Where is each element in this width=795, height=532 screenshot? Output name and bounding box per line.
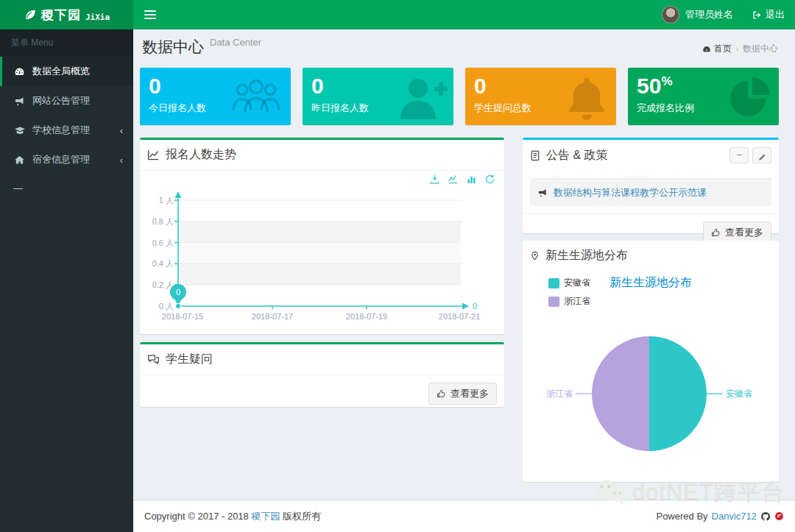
sidebar-item-label: 网站公告管理 <box>32 94 90 107</box>
announcements-panel: 公告 & 政策 − 数据结构与算法课程教学公开示范课 <box>523 138 779 233</box>
svg-text:2018-07-19: 2018-07-19 <box>346 312 387 321</box>
line-chart-icon <box>147 149 160 160</box>
chevron-left-icon: ‹ <box>120 155 126 166</box>
stat-box-today-registrations: 0 今日报名人数 <box>140 68 291 125</box>
stat-box-student-questions: 0 学生提问总数 <box>465 68 616 125</box>
sidebar-item-dorm-info[interactable]: 宿舍信息管理 ‹ <box>0 145 133 174</box>
page-subtitle: Data Center <box>210 37 261 48</box>
logout-button[interactable]: 退出 <box>742 0 795 29</box>
pie-chart-icon <box>727 75 773 121</box>
series-end-label: 0 <box>473 302 477 311</box>
content-header: 数据中心 Data Center 首页 › 数据中心 <box>133 29 795 62</box>
home-icon <box>13 155 26 166</box>
origin-panel: 新生生源地分布 新生生源地分布 安徽省 浙江省 <box>523 241 779 482</box>
bar-chart-toggle-icon[interactable] <box>466 174 477 185</box>
stat-row: 0 今日报名人数 0 昨日报名人数 <box>140 68 779 125</box>
svg-text:2018-07-21: 2018-07-21 <box>439 312 480 321</box>
copyright: Copyright © 2017 - 2018 稷下园 版权所有 <box>144 510 321 523</box>
sidebar-item-dash[interactable]: — <box>0 174 133 202</box>
main-header: 稷下园 JiXia 管理员姓名 退出 <box>0 0 795 29</box>
pie-legend: 安徽省 浙江省 <box>548 277 590 308</box>
refresh-icon[interactable] <box>484 174 495 185</box>
questions-panel-title: 学生疑问 <box>166 352 213 367</box>
sidebar-item-data-overview[interactable]: 数据全局概览 <box>0 57 133 86</box>
breadcrumb-current: 数据中心 <box>743 43 778 55</box>
sidebar-toggle-icon[interactable] <box>133 0 166 29</box>
edit-button[interactable] <box>752 147 771 163</box>
main-footer: Copyright © 2017 - 2018 稷下园 版权所有 Powered… <box>133 500 795 532</box>
logo[interactable]: 稷下园 JiXia <box>0 0 133 29</box>
svg-text:0.4 人: 0.4 人 <box>152 259 174 268</box>
pie-label-zhejiang: 浙江省 <box>546 389 573 399</box>
user-plus-icon <box>392 75 448 119</box>
sidebar-item-label: — <box>13 182 23 194</box>
sign-out-icon <box>752 10 762 20</box>
chart-toolbox <box>429 174 495 185</box>
logo-title: 稷下园 <box>41 7 81 24</box>
svg-text:2018-07-15: 2018-07-15 <box>162 312 203 321</box>
sidebar-item-label: 学校信息管理 <box>32 124 90 137</box>
svg-text:0 人: 0 人 <box>159 302 174 311</box>
sidebar-item-label: 数据全局概览 <box>32 65 90 78</box>
trend-chart: 0 0 0 人 0.2 人 0.4 人 0.6 人 0.8 人 1 人 <box>140 171 504 347</box>
map-marker-icon <box>530 250 540 261</box>
user-name: 管理员姓名 <box>685 8 733 21</box>
trend-panel-title: 报名人数走势 <box>166 147 236 163</box>
avatar <box>662 6 679 24</box>
questions-panel: 学生疑问 查看更多 <box>140 342 504 407</box>
collapse-button[interactable]: − <box>729 147 749 163</box>
sidebar-item-site-announcements[interactable]: 网站公告管理 <box>0 86 133 116</box>
legend-item-zhejiang[interactable]: 浙江省 <box>548 295 590 308</box>
thumbs-up-icon <box>437 389 446 399</box>
announcement-link[interactable]: 数据结构与算法课程教学公开示范课 <box>554 186 707 199</box>
bullhorn-icon <box>13 96 26 107</box>
powered-by: Powered By Danvic712 <box>656 511 784 522</box>
leaf-icon <box>24 8 37 21</box>
download-icon[interactable] <box>429 174 440 185</box>
breadcrumb-home-link[interactable]: 首页 <box>702 43 732 55</box>
left-column: 报名人数走势 <box>140 138 504 407</box>
sidebar: 菜单 Menu 数据全局概览 网站公告管理 学校信息管理 ‹ 宿舍信息管理 <box>0 29 133 532</box>
thumbs-up-icon <box>711 228 721 238</box>
breadcrumb: 首页 › 数据中心 <box>702 43 784 55</box>
navbar: 管理员姓名 退出 <box>133 0 795 29</box>
sidebar-menu-header: 菜单 Menu <box>0 29 133 57</box>
legend-swatch <box>548 297 559 307</box>
logout-label: 退出 <box>766 8 785 21</box>
chevron-left-icon: ‹ <box>120 125 126 136</box>
legend-item-anhui[interactable]: 安徽省 <box>548 277 590 289</box>
trend-panel: 报名人数走势 <box>140 138 504 334</box>
pie-chart-svg: 安徽省 浙江省 <box>523 308 776 477</box>
svg-text:0.8 人: 0.8 人 <box>152 217 174 226</box>
logo-subtitle: JiXia <box>85 13 110 22</box>
svg-text:0.2 人: 0.2 人 <box>152 280 174 289</box>
author-link[interactable]: Danvic712 <box>712 511 757 522</box>
view-more-questions-button[interactable]: 查看更多 <box>428 383 497 405</box>
legend-swatch <box>548 278 559 288</box>
announcement-list-item: 数据结构与算法课程教学公开示范课 <box>530 178 771 206</box>
graduation-cap-icon <box>13 125 26 136</box>
stat-box-completion-ratio: 50% 完成报名比例 <box>628 68 779 125</box>
document-icon <box>530 150 540 161</box>
line-chart-toggle-icon[interactable] <box>448 174 459 185</box>
svg-text:2018-07-17: 2018-07-17 <box>252 312 293 321</box>
pie-label-anhui: 安徽省 <box>726 389 752 399</box>
svg-text:0.6 人: 0.6 人 <box>152 238 174 247</box>
users-icon <box>227 75 285 116</box>
dashboard-icon <box>702 45 711 54</box>
origin-panel-title: 新生生源地分布 <box>545 248 628 263</box>
sidebar-item-school-info[interactable]: 学校信息管理 ‹ <box>0 116 133 145</box>
bullhorn-icon <box>537 188 548 198</box>
admin-dashboard: 稷下园 JiXia 管理员姓名 退出 菜单 Menu <box>0 0 795 532</box>
bell-icon <box>563 75 610 121</box>
gitee-icon[interactable] <box>774 511 784 521</box>
site-link[interactable]: 稷下园 <box>251 511 280 522</box>
user-menu[interactable]: 管理员姓名 <box>653 0 742 29</box>
stat-box-yesterday-registrations: 0 昨日报名人数 <box>303 68 453 125</box>
pie-chart: 新生生源地分布 安徽省 浙江省 <box>523 271 779 477</box>
comments-icon <box>147 354 160 365</box>
line-chart-svg: 0 0 0 人 0.2 人 0.4 人 0.6 人 0.8 人 1 人 <box>143 190 496 341</box>
svg-text:1 人: 1 人 <box>159 196 174 205</box>
dashboard-icon <box>13 66 26 77</box>
github-icon[interactable] <box>760 511 771 522</box>
